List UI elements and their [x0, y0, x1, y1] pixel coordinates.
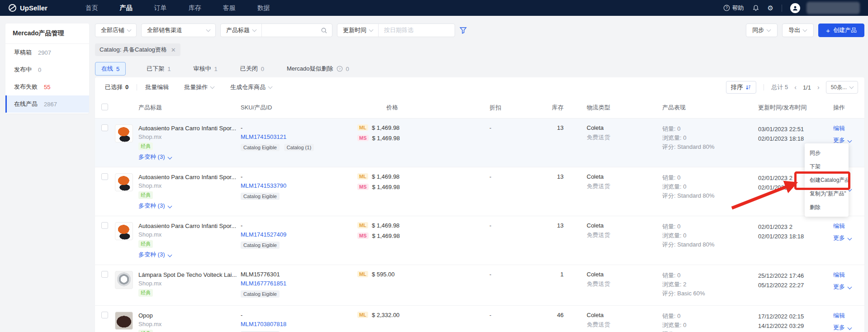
sidebar-item[interactable]: 发布中 0: [5, 61, 89, 78]
variants-toggle[interactable]: 多变种 (3): [138, 202, 236, 210]
product-id-link[interactable]: MLM1741527409: [241, 231, 286, 238]
sales-count: 销量: 0: [662, 222, 758, 231]
filter-funnel-icon[interactable]: [460, 27, 467, 34]
published-time: 14/12/2022 03:29: [758, 321, 833, 331]
next-page-arrow[interactable]: ›: [816, 84, 821, 91]
row-checkbox[interactable]: [101, 222, 108, 229]
notifications-bell-icon[interactable]: [752, 5, 759, 12]
price-value: $ 1,469.98: [372, 135, 400, 142]
nav-menu-item[interactable]: 订单: [143, 0, 178, 16]
sidebar-item[interactable]: 发布失败 55: [5, 78, 89, 95]
product-image[interactable]: [115, 312, 133, 330]
edit-link[interactable]: 编辑: [833, 222, 864, 230]
catalog-filter-tag: Catalog: 具备Catalog资格 ✕: [95, 43, 180, 56]
col-header-price: 价格: [357, 97, 489, 118]
product-title[interactable]: Autoasiento Para Carro Infanti Spor...: [138, 173, 236, 181]
bulk-edit-button[interactable]: 批量编辑: [145, 83, 169, 91]
sidebar-item-label: 在线产品: [14, 100, 38, 108]
more-dropdown[interactable]: 更多: [833, 283, 864, 291]
edit-link[interactable]: 编辑: [833, 124, 864, 133]
logistics-type: Coleta: [587, 173, 662, 180]
page-indicator: 1/1: [803, 84, 811, 91]
remove-tag-icon[interactable]: ✕: [171, 47, 176, 53]
col-header-sku: SKU/产品ID: [241, 97, 357, 118]
nav-menu-item[interactable]: 首页: [75, 0, 109, 16]
status-tab[interactable]: 已关闭 0: [238, 62, 266, 76]
product-title[interactable]: Autoasiento Para Carro Infanti Spor...: [138, 124, 236, 132]
settings-gear-icon[interactable]: ⚙: [768, 4, 773, 12]
status-tab[interactable]: 在线 5: [95, 62, 126, 76]
edit-link[interactable]: 编辑: [833, 312, 864, 320]
table-row: Autoasiento Para Carro Infanti Spor... S…: [95, 216, 864, 265]
published-time: 02/01/2023 18:18: [758, 232, 833, 241]
context-menu-item[interactable]: 创建Catalog产品: [805, 173, 849, 187]
sidebar-item[interactable]: 草稿箱 2907: [5, 44, 89, 61]
chevron-down-icon: [206, 28, 211, 32]
more-dropdown[interactable]: 更多: [833, 323, 864, 332]
search-input[interactable]: [262, 27, 321, 34]
time-type-select[interactable]: 更新时间: [337, 24, 378, 37]
variants-toggle[interactable]: 多变种 (3): [138, 153, 236, 161]
export-button[interactable]: 导出: [782, 24, 814, 37]
nav-menu-item[interactable]: 库存: [178, 0, 212, 16]
status-tab[interactable]: Mercado疑似删除 ? 0: [285, 62, 351, 76]
stock-value: 13: [539, 167, 576, 216]
status-tab[interactable]: 已下架 1: [145, 62, 172, 76]
context-menu-item[interactable]: 删除: [805, 200, 849, 214]
nav-menu-item[interactable]: 数据: [247, 0, 281, 16]
help-link[interactable]: ? 帮助: [723, 4, 744, 12]
product-image[interactable]: [115, 173, 133, 191]
search-type-select[interactable]: 产品标题: [221, 24, 261, 37]
table-row: Opop Shop.mx 经典 多变种 (2) - MLM1703807818: [95, 305, 864, 332]
row-checkbox[interactable]: [101, 173, 108, 180]
prev-page-arrow[interactable]: ‹: [793, 84, 797, 91]
product-id-link[interactable]: MLM1703807818: [241, 321, 286, 327]
generate-warehouse-dropdown[interactable]: 生成仓库商品: [230, 83, 273, 91]
product-image[interactable]: [115, 222, 133, 240]
row-checkbox[interactable]: [101, 124, 108, 131]
variants-toggle[interactable]: 多变种 (3): [138, 251, 236, 259]
classic-tag: 经典: [138, 191, 153, 199]
page-size-select[interactable]: 50条...: [826, 81, 858, 94]
select-all-checkbox[interactable]: [101, 104, 108, 110]
sort-button[interactable]: 排序: [726, 81, 757, 94]
nav-menu-item[interactable]: 客服: [212, 0, 247, 16]
shop-select[interactable]: 全部店铺: [95, 24, 137, 37]
channel-ms-badge: MS: [357, 232, 369, 239]
product-title[interactable]: Autoasiento Para Carro Infanti Spor...: [138, 222, 236, 230]
product-id-link[interactable]: MLM1741533790: [241, 182, 286, 189]
product-id-link[interactable]: MLM1677761851: [241, 280, 286, 287]
question-circle-icon[interactable]: ?: [337, 66, 343, 72]
product-shop: Shop.mx: [138, 280, 237, 287]
edit-link[interactable]: 编辑: [833, 271, 864, 279]
channel-select[interactable]: 全部销售渠道: [141, 24, 216, 37]
rating-value: 评分: Standard 80%: [662, 191, 758, 200]
more-dropdown[interactable]: 更多: [833, 136, 864, 144]
more-dropdown[interactable]: 更多: [833, 234, 864, 242]
context-menu-item[interactable]: 下架: [805, 160, 849, 173]
create-product-button[interactable]: + 创建产品: [818, 24, 864, 37]
channel-ms-badge: MS: [357, 184, 369, 190]
context-menu-item[interactable]: 同步: [805, 146, 849, 160]
nav-menu-item[interactable]: 产品: [109, 0, 143, 16]
tab-label: 已下架: [147, 65, 164, 73]
product-title[interactable]: Lámpara Spot De Techo Volteck Lai...: [138, 271, 237, 279]
status-tab[interactable]: 审核中 1: [191, 62, 219, 76]
product-title[interactable]: Opop: [138, 312, 172, 319]
row-checkbox[interactable]: [101, 312, 108, 318]
product-image[interactable]: [115, 271, 133, 289]
col-header-stock: 库存: [539, 97, 576, 118]
sync-button[interactable]: 同步: [746, 24, 778, 37]
product-table: 产品标题 SKU/产品ID 价格 折扣 库存 物流类型 产品表现 更新时间/发布…: [95, 97, 864, 332]
date-range-picker[interactable]: 按日期筛选: [379, 26, 455, 34]
discount-value: -: [489, 265, 539, 305]
search-icon[interactable]: [321, 27, 332, 34]
bulk-actions-dropdown[interactable]: 批量操作: [184, 83, 215, 91]
user-avatar[interactable]: [790, 3, 800, 13]
upseller-brand[interactable]: UpSeller: [8, 4, 47, 12]
context-menu-item[interactable]: 复制为"新产品": [805, 187, 849, 200]
sidebar-item[interactable]: 在线产品 2867: [5, 95, 89, 113]
product-id-link[interactable]: MLM1741503121: [241, 133, 286, 140]
row-checkbox[interactable]: [101, 271, 108, 278]
product-image[interactable]: [115, 124, 133, 142]
